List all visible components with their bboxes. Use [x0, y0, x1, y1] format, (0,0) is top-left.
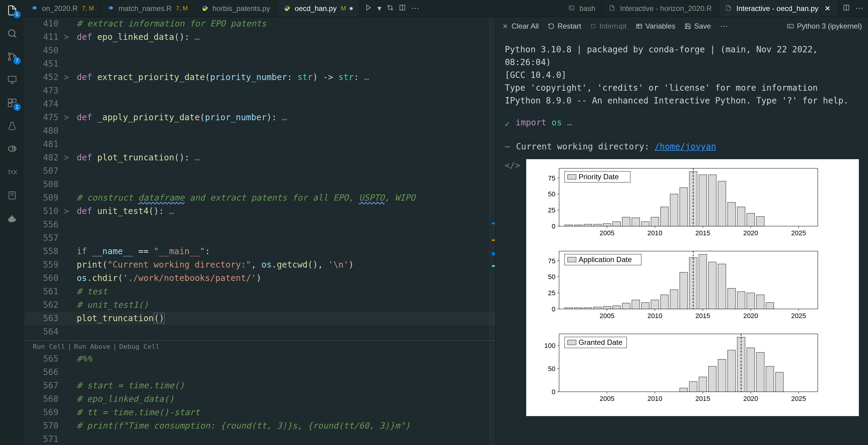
activity-extensions[interactable]: 1	[5, 96, 20, 110]
minimap[interactable]	[489, 17, 495, 445]
code-line[interactable]: 571	[24, 433, 495, 445]
activity-explorer[interactable]: 5	[5, 3, 20, 18]
interactive-tab[interactable]: bash	[562, 0, 602, 17]
cwd-link[interactable]: /home/jovyan	[655, 141, 716, 152]
chevron-down-icon[interactable]: ▾	[377, 4, 381, 13]
svg-text:75: 75	[548, 257, 555, 265]
restart-button[interactable]: Restart	[548, 22, 581, 30]
code-line[interactable]: 560 os.chdir('./work/notebooks/patent/')	[24, 272, 495, 285]
line-number: 570	[24, 419, 64, 433]
interactive-pane: Clear All Restart Interrupt Variables Sa…	[495, 17, 868, 445]
codelens-run-above[interactable]: Run Above	[74, 340, 110, 353]
line-number: 411	[24, 30, 64, 44]
code-line[interactable]: 474	[24, 97, 495, 111]
code-line[interactable]: 452>def extract_priority_date(priority_n…	[24, 71, 495, 84]
activity-docker-icon[interactable]	[5, 211, 20, 226]
code-line[interactable]: 567 # start = time.time()	[24, 379, 495, 392]
editor-tab[interactable]: horbis_patents.py	[195, 0, 277, 17]
code-line[interactable]: 507	[24, 164, 495, 178]
output-ellipsis-icon[interactable]: ⋯	[505, 140, 510, 153]
code-line[interactable]: 570 # print(f"Time consumption: {round(t…	[24, 419, 495, 433]
code-line[interactable]: 411>def epo_linked_data(): …	[24, 30, 495, 44]
svg-rect-56	[699, 175, 707, 226]
split-editor-icon[interactable]	[399, 4, 406, 13]
variables-button[interactable]: Variables	[636, 22, 675, 30]
code-line[interactable]: 450	[24, 44, 495, 57]
svg-text:Priority Date: Priority Date	[579, 172, 619, 181]
svg-rect-54	[680, 188, 688, 226]
code-line[interactable]: 563 plot_truncation()	[24, 312, 495, 325]
code-line[interactable]: 557	[24, 231, 495, 245]
activity-tex-icon[interactable]: TEX	[5, 165, 20, 180]
git-compare-icon[interactable]	[387, 4, 394, 13]
fold-icon[interactable]: >	[64, 111, 74, 124]
svg-rect-50	[642, 222, 649, 226]
code-line[interactable]: 568 # epo_linked_data()	[24, 392, 495, 406]
code-line[interactable]: 510>def unit_test4(): …	[24, 204, 495, 218]
activity-testing[interactable]	[5, 119, 20, 133]
code-line[interactable]: 569 # tt = time.time()-start	[24, 406, 495, 419]
code-line[interactable]: 473	[24, 84, 495, 97]
activity-remote[interactable]	[5, 72, 20, 87]
code-line[interactable]: 565#%%	[24, 352, 495, 365]
kernel-picker[interactable]: Python 3 (ipykernel)	[787, 22, 862, 30]
split-editor-right-icon[interactable]	[843, 4, 850, 13]
line-number: 571	[24, 433, 64, 445]
code-line[interactable]: 562 # unit_test1()	[24, 298, 495, 312]
interrupt-button[interactable]: Interrupt	[590, 22, 626, 30]
tab-label: horbis_patents.py	[212, 4, 270, 13]
code-line[interactable]: 564	[24, 325, 495, 339]
explorer-badge: 5	[13, 11, 21, 18]
input-cell[interactable]: ✓ import os …	[505, 116, 859, 130]
activity-search[interactable]	[5, 26, 20, 41]
more-toolbar-icon[interactable]: ⋯	[720, 22, 727, 30]
svg-text:2020: 2020	[743, 229, 758, 237]
code-toggle-icon[interactable]: </>	[505, 159, 521, 172]
editor-tab[interactable]: oecd_han.pyM	[277, 0, 360, 17]
svg-rect-94	[642, 303, 649, 309]
run-icon[interactable]	[365, 4, 372, 13]
fold-icon[interactable]: >	[64, 151, 74, 164]
code-line[interactable]: 475>def _apply_priority_date(prior_numbe…	[24, 111, 495, 124]
codelens-debug-cell[interactable]: Debug Cell	[119, 340, 159, 353]
svg-text:2015: 2015	[695, 312, 710, 320]
fold-icon[interactable]: >	[64, 30, 74, 44]
svg-text:0: 0	[552, 388, 555, 396]
code-line[interactable]: 509# construct dataframe and extract pat…	[24, 191, 495, 204]
fold-icon[interactable]: >	[64, 204, 74, 218]
svg-rect-101	[709, 262, 716, 309]
line-number: 564	[24, 325, 64, 339]
code-line[interactable]: 481	[24, 137, 495, 151]
fold-icon[interactable]: >	[64, 71, 74, 84]
activity-r-icon[interactable]: R	[5, 142, 20, 156]
tab-label: Interactive - oecd_han.py	[737, 4, 819, 13]
code-line[interactable]: 482>def plot_truncation(): …	[24, 151, 495, 164]
more-icon[interactable]: ⋯	[411, 4, 419, 13]
interactive-tab[interactable]: Interactive - oecd_han.py✕	[719, 0, 838, 17]
code-line[interactable]: 566	[24, 365, 495, 379]
save-button[interactable]: Save	[684, 22, 711, 30]
code-line[interactable]: 451	[24, 57, 495, 71]
scm-badge: 7	[13, 57, 21, 65]
editor-tab[interactable]: Rmatch_names.R7, M	[101, 0, 195, 17]
code-line[interactable]: 561 # test	[24, 285, 495, 298]
activity-book-icon[interactable]	[5, 188, 20, 203]
code-line[interactable]: 559 print("Current working directory:", …	[24, 258, 495, 272]
code-editor[interactable]: 410# extract information for EPO patents…	[24, 17, 495, 445]
more-right-icon[interactable]: ⋯	[855, 4, 863, 13]
clear-all-button[interactable]: Clear All	[502, 22, 539, 30]
close-icon[interactable]: ✕	[825, 4, 831, 13]
activity-scm[interactable]: 7	[5, 49, 20, 64]
code-line[interactable]: 508	[24, 178, 495, 191]
line-number: 563	[24, 312, 64, 325]
interactive-tab[interactable]: Interactive - horizon_2020.R	[602, 0, 719, 17]
code-line[interactable]: 556	[24, 218, 495, 231]
code-line[interactable]: 410# extract information for EPO patents	[24, 17, 495, 30]
tab-status: 7, M	[82, 5, 94, 12]
codelens-run-cell[interactable]: Run Cell	[33, 340, 65, 353]
svg-rect-106	[756, 295, 764, 309]
editor-tab[interactable]: Ron_2020.R7, M	[24, 0, 101, 17]
tab-label: bash	[580, 4, 595, 13]
code-line[interactable]: 558if __name__ == "__main__":	[24, 245, 495, 258]
code-line[interactable]: 480	[24, 124, 495, 137]
